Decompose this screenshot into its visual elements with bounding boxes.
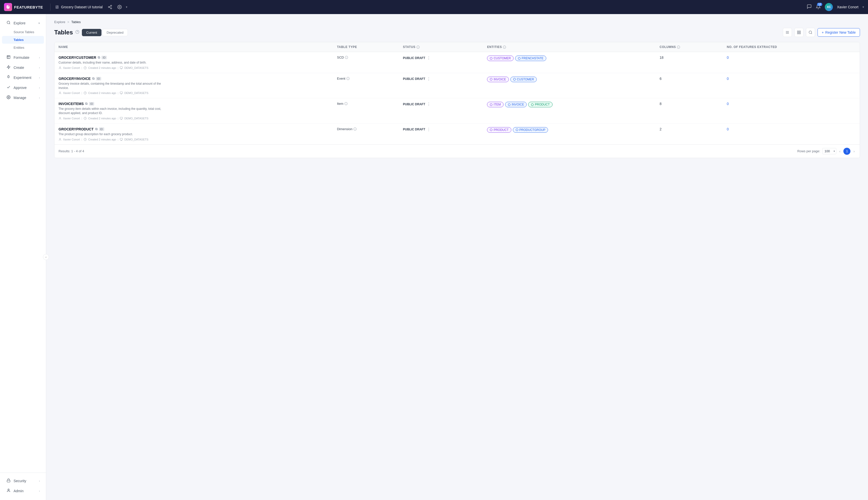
row4-features-cell: 0: [723, 123, 860, 144]
avatar[interactable]: XC: [825, 3, 833, 11]
row1-entity-frenchstate[interactable]: FRENCHSTATE: [515, 56, 546, 61]
row2-status-menu[interactable]: ⋮: [427, 77, 431, 81]
row1-entities: CUSTOMER FRENCHSTATE: [487, 56, 651, 61]
row3-type-cell: Item: [333, 98, 399, 124]
row4-status-row: PUBLIC DRAFT ⋮: [403, 127, 479, 132]
row4-copy-icon[interactable]: ⧉: [95, 127, 97, 131]
sidebar-collapse-button[interactable]: ‹: [43, 254, 49, 260]
th-name: Name: [55, 42, 333, 52]
row3-entity-item[interactable]: ITEM: [487, 102, 504, 107]
svg-point-1: [108, 7, 109, 8]
row4-entity-product[interactable]: PRODUCT: [487, 127, 511, 133]
svg-point-47: [59, 117, 60, 118]
row3-copy-icon[interactable]: ⧉: [85, 102, 88, 106]
sidebar-item-security[interactable]: Security ›: [2, 476, 44, 486]
row3-name-text[interactable]: INVOICEITEMS: [59, 102, 84, 106]
svg-rect-18: [799, 31, 800, 32]
row2-status-cell: PUBLIC DRAFT ⋮: [399, 73, 483, 98]
table-row: INVOICEITEMS ⧉ ID The grocery item detai…: [55, 98, 860, 124]
row1-features-count[interactable]: 0: [727, 56, 729, 59]
nav-project[interactable]: 🖥 Grocery Dataset UI tutorial: [55, 4, 103, 10]
svg-rect-33: [120, 67, 123, 68]
prev-page-button[interactable]: ‹: [838, 149, 842, 153]
page-1-button[interactable]: 1: [843, 148, 850, 155]
row2-columns-count: 6: [660, 77, 661, 81]
sidebar-item-admin[interactable]: Admin ›: [2, 486, 44, 496]
sidebar-item-entities[interactable]: Entities: [2, 44, 44, 52]
create-chevron: ›: [39, 66, 40, 69]
row4-name-text[interactable]: GROCERYPRODUCT: [59, 127, 94, 131]
tab-current[interactable]: Current: [82, 29, 101, 36]
row4-entity-productgroup[interactable]: PRODUCTGROUP: [513, 127, 548, 133]
row4-status-menu[interactable]: ⋮: [427, 127, 431, 132]
row4-status-cell: PUBLIC DRAFT ⋮: [399, 123, 483, 144]
sidebar-item-explore[interactable]: Explore ▾: [2, 18, 44, 28]
row4-description: The product group description for each g…: [59, 132, 169, 136]
page-header: Tables Current Deprecated: [54, 28, 860, 37]
svg-point-6: [7, 21, 10, 24]
row3-features-count[interactable]: 0: [727, 102, 729, 106]
row1-id-badge: ID: [102, 56, 107, 59]
sidebar-item-experiment[interactable]: Experiment ›: [2, 72, 44, 83]
notification-bell[interactable]: 12: [816, 4, 821, 10]
row1-name-text[interactable]: GROCERYCUSTOMER: [59, 56, 96, 59]
row2-features-count[interactable]: 0: [727, 77, 729, 81]
row2-columns-cell: 6: [656, 73, 722, 98]
row3-entity-invoice[interactable]: INVOICE: [505, 102, 527, 107]
row2-copy-icon[interactable]: ⧉: [92, 77, 94, 81]
row2-table-name: GROCERYINVOICE ⧉ ID: [59, 77, 329, 81]
row4-table-name: GROCERYPRODUCT ⧉ ID: [59, 127, 329, 131]
username[interactable]: Xavier Conort: [837, 5, 858, 9]
row4-type-cell: Dimension: [333, 123, 399, 144]
svg-point-5: [119, 7, 120, 8]
row2-name-text[interactable]: GROCERYINVOICE: [59, 77, 91, 81]
svg-rect-49: [120, 117, 123, 119]
tab-deprecated[interactable]: Deprecated: [103, 29, 128, 36]
row2-type: Event: [337, 77, 395, 80]
sidebar-item-formulate[interactable]: Formulate ›: [2, 53, 44, 62]
list-view-button[interactable]: [783, 28, 792, 37]
sidebar-item-approve[interactable]: Approve ›: [2, 83, 44, 93]
grid-view-button[interactable]: [795, 28, 803, 37]
svg-rect-10: [7, 480, 10, 482]
logo[interactable]: FEATUREBYTE: [4, 3, 46, 11]
sidebar-manage-label: Manage: [14, 96, 36, 100]
breadcrumb-explore[interactable]: Explore: [54, 20, 65, 24]
svg-line-4: [109, 6, 111, 7]
page-title: Tables: [54, 29, 73, 36]
help-icon[interactable]: [76, 30, 79, 35]
sidebar-approve-label: Approve: [14, 86, 36, 90]
row1-entity-customer[interactable]: CUSTOMER: [487, 56, 513, 61]
sidebar-item-create[interactable]: Create ›: [2, 62, 44, 72]
sidebar-explore-label: Explore: [14, 21, 36, 25]
row2-id-badge: ID: [96, 77, 101, 80]
row1-dataset: DEMO_DATASETS: [124, 66, 148, 69]
row2-description: Grocery invoice details, containing the …: [59, 82, 169, 90]
manage-chevron: ›: [39, 96, 40, 99]
row3-status-menu[interactable]: ⋮: [427, 102, 431, 106]
share-button[interactable]: [107, 4, 113, 10]
row1-status-menu[interactable]: ⋮: [427, 56, 431, 60]
settings-button[interactable]: [116, 4, 123, 10]
user-menu-chevron[interactable]: ▾: [863, 5, 864, 9]
rows-per-page-select[interactable]: 10 25 50 100: [822, 148, 836, 154]
row2-entity-invoice[interactable]: INVOICE: [487, 77, 509, 82]
search-button[interactable]: [806, 28, 815, 37]
row2-entity-customer[interactable]: CUSTOMER: [510, 77, 537, 82]
tables-container: Name Table Type Status: [54, 42, 860, 158]
row4-entities-cell: PRODUCT PRODUCTGROUP: [483, 123, 656, 144]
logo-text: FEATUREBYTE: [14, 5, 43, 9]
row1-type: SCD: [337, 56, 395, 59]
nav-expand-icon[interactable]: ▾: [126, 5, 127, 9]
sidebar-item-source-tables[interactable]: Source Tables: [2, 28, 44, 36]
sidebar-item-manage[interactable]: Manage ›: [2, 93, 44, 103]
row3-entity-product[interactable]: PRODUCT: [528, 102, 552, 107]
row4-columns-cell: 2: [656, 123, 722, 144]
sidebar-item-tables[interactable]: Tables: [2, 36, 44, 44]
row4-features-count[interactable]: 0: [727, 127, 729, 131]
next-page-button[interactable]: ›: [853, 149, 856, 153]
notification-count: 12: [817, 3, 822, 6]
register-new-table-button[interactable]: + Register New Table: [818, 28, 860, 37]
row1-copy-icon[interactable]: ⧉: [98, 56, 100, 59]
chat-icon[interactable]: [807, 4, 812, 10]
